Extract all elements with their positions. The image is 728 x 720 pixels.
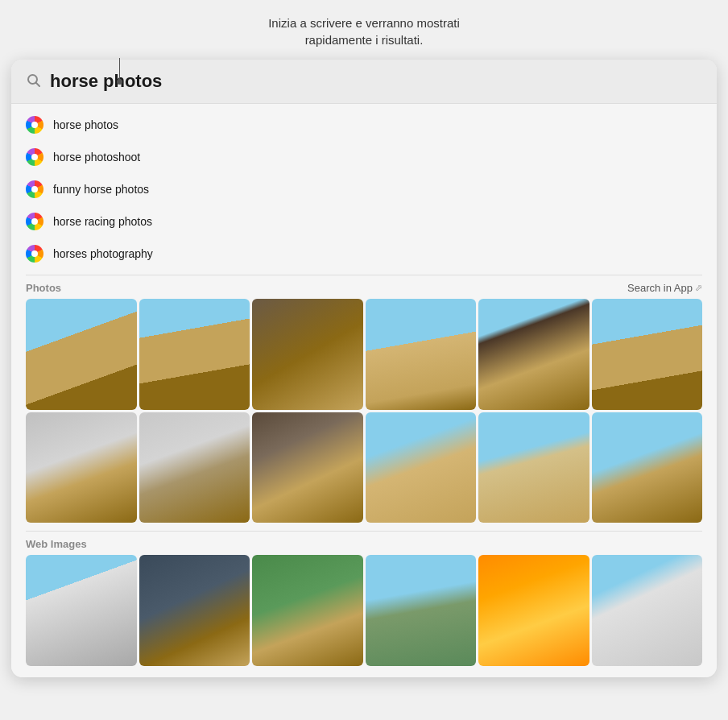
photos-grid bbox=[11, 299, 717, 531]
photo-thumb-4[interactable] bbox=[366, 299, 477, 410]
web-image-thumb-4[interactable] bbox=[366, 555, 477, 666]
search-in-app-label: Search in App bbox=[627, 282, 693, 294]
safari-icon bbox=[26, 213, 43, 230]
suggestion-text-2: horse photoshoot bbox=[53, 151, 140, 163]
safari-icon bbox=[26, 180, 43, 198]
tooltip-line2: rapidamente i risultati. bbox=[305, 33, 424, 47]
svg-line-1 bbox=[36, 82, 40, 86]
photo-thumb-8[interactable] bbox=[139, 412, 250, 523]
photo-thumb-12[interactable] bbox=[592, 412, 703, 523]
photos-section-title: Photos bbox=[26, 282, 61, 294]
search-in-app-icon: ⬀ bbox=[695, 283, 702, 293]
tooltip-area: Inizia a scrivere e verranno mostrati ra… bbox=[0, 0, 728, 60]
tooltip-line1: Inizia a scrivere e verranno mostrati bbox=[268, 16, 460, 30]
search-in-app-button[interactable]: Search in App ⬀ bbox=[627, 282, 702, 294]
photo-thumb-5[interactable] bbox=[478, 299, 589, 410]
photo-thumb-7[interactable] bbox=[26, 412, 137, 523]
web-images-section-title: Web Images bbox=[26, 538, 87, 550]
suggestion-item-5[interactable]: horses photography bbox=[11, 238, 717, 270]
photo-thumb-1[interactable] bbox=[26, 299, 137, 410]
suggestion-item-2[interactable]: horse photoshoot bbox=[11, 141, 717, 173]
search-panel: horse photos horse photoshorse photoshoo… bbox=[11, 60, 717, 677]
photo-thumb-6[interactable] bbox=[592, 299, 703, 410]
web-image-thumb-1[interactable] bbox=[26, 555, 137, 666]
photo-thumb-9[interactable] bbox=[252, 412, 363, 523]
search-input[interactable]: horse photos bbox=[50, 71, 702, 92]
photos-section-header: Photos Search in App ⬀ bbox=[11, 275, 717, 299]
suggestion-text-4: horse racing photos bbox=[53, 215, 152, 228]
safari-icon bbox=[26, 148, 43, 166]
web-image-thumb-6[interactable] bbox=[592, 555, 703, 666]
safari-icon bbox=[26, 116, 43, 134]
suggestion-item-3[interactable]: funny horse photos bbox=[11, 173, 717, 205]
photo-thumb-10[interactable] bbox=[366, 412, 477, 523]
callout-line bbox=[119, 58, 120, 81]
suggestions-list: horse photoshorse photoshootfunny horse … bbox=[11, 104, 717, 275]
suggestion-text-3: funny horse photos bbox=[53, 183, 149, 196]
search-icon bbox=[26, 72, 42, 91]
photo-thumb-2[interactable] bbox=[139, 299, 250, 410]
suggestion-text-1: horse photos bbox=[53, 118, 118, 131]
safari-icon bbox=[26, 245, 43, 263]
photo-thumb-3[interactable] bbox=[252, 299, 363, 410]
suggestion-item-1[interactable]: horse photos bbox=[11, 109, 717, 141]
suggestion-text-5: horses photography bbox=[53, 247, 153, 260]
suggestion-item-4[interactable]: horse racing photos bbox=[11, 205, 717, 238]
photo-thumb-11[interactable] bbox=[478, 412, 589, 523]
web-image-thumb-3[interactable] bbox=[252, 555, 363, 666]
web-images-section-header: Web Images bbox=[11, 532, 717, 555]
web-image-thumb-2[interactable] bbox=[139, 555, 250, 666]
web-images-grid bbox=[11, 555, 717, 677]
web-image-thumb-5[interactable] bbox=[478, 555, 589, 666]
